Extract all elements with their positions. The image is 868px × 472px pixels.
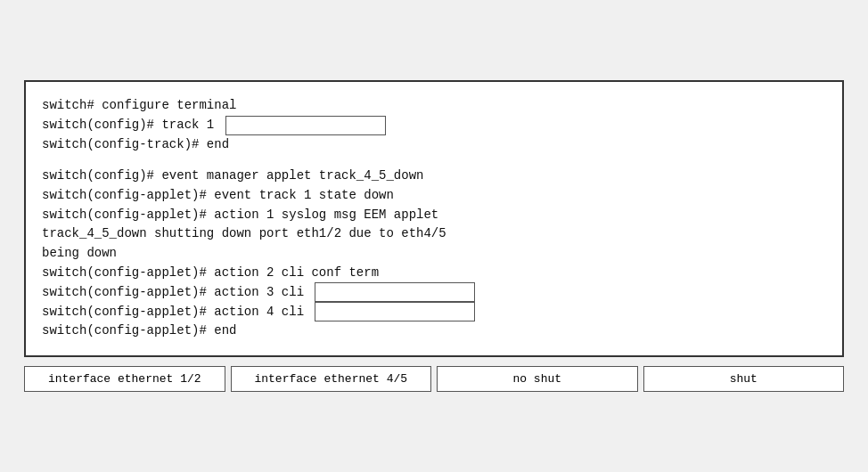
btn-interface-eth45[interactable]: interface ethernet 4/5 <box>231 366 432 392</box>
line-text-3: switch(config-track)# end <box>42 135 229 155</box>
terminal-line-10: switch(config-applet)# action 3 cli <box>42 282 826 302</box>
terminal-line-1: switch# configure terminal <box>42 96 826 116</box>
terminal-container: switch# configure terminal switch(config… <box>24 80 844 357</box>
terminal-line-9: switch(config-applet)# action 2 cli conf… <box>42 264 826 283</box>
action3-input-box[interactable] <box>315 282 475 302</box>
button-bar: interface ethernet 1/2 interface etherne… <box>24 366 844 392</box>
track-input-box[interactable] <box>225 116 386 135</box>
btn-interface-eth12[interactable]: interface ethernet 1/2 <box>24 366 225 392</box>
terminal-text: switch# configure terminal switch(config… <box>42 96 826 341</box>
line-text-5: switch(config-applet)# event track 1 sta… <box>42 186 394 206</box>
line-text-8: being down <box>42 244 117 264</box>
terminal-line-4: switch(config)# event manager applet tra… <box>42 167 826 186</box>
terminal-line-7: track_4_5_down shutting down port eth1/2… <box>42 224 826 244</box>
terminal-line-8: being down <box>42 244 826 264</box>
line-text-12: switch(config-applet)# end <box>42 321 236 341</box>
spacer-1 <box>42 154 826 167</box>
action4-input-box[interactable] <box>315 302 475 321</box>
line-text-1: switch# configure terminal <box>42 96 236 116</box>
line-text-11: switch(config-applet)# action 4 cli <box>42 303 311 322</box>
line-text-9: switch(config-applet)# action 2 cli conf… <box>42 264 379 283</box>
line-text-4: switch(config)# event manager applet tra… <box>42 167 423 186</box>
line-text-10: switch(config-applet)# action 3 cli <box>42 283 311 303</box>
terminal-line-3: switch(config-track)# end <box>42 135 826 155</box>
terminal-line-2: switch(config)# track 1 <box>42 116 826 135</box>
btn-no-shut[interactable]: no shut <box>437 366 638 392</box>
line-text-6: switch(config-applet)# action 1 syslog m… <box>42 206 438 225</box>
line-text-7: track_4_5_down shutting down port eth1/2… <box>42 224 446 244</box>
btn-shut[interactable]: shut <box>643 366 845 392</box>
line-text-2: switch(config)# track 1 <box>42 116 222 135</box>
terminal-line-6: switch(config-applet)# action 1 syslog m… <box>42 206 826 225</box>
terminal-line-12: switch(config-applet)# end <box>42 321 826 341</box>
terminal-line-5: switch(config-applet)# event track 1 sta… <box>42 186 826 206</box>
terminal-line-11: switch(config-applet)# action 4 cli <box>42 302 826 321</box>
